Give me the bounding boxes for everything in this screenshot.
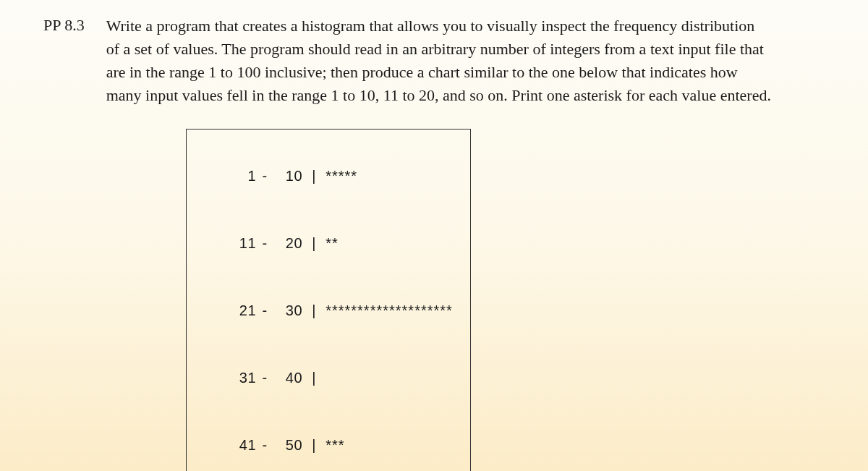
histogram-row: 31-40|: [201, 344, 453, 412]
pipe: |: [307, 165, 321, 187]
range-start: 11: [236, 232, 256, 255]
stars: ********************: [326, 302, 453, 318]
stars: *****: [326, 168, 357, 184]
exercise-content: Write a program that creates a histogram…: [106, 14, 825, 471]
stars: ***: [326, 437, 344, 453]
range-end: 20: [273, 232, 302, 255]
histogram-row: 11-20| **: [201, 210, 453, 277]
histogram-chart: 1-10| ***** 11-20| ** 21-30| ***********…: [186, 129, 471, 471]
dash: -: [256, 165, 273, 187]
dash: -: [256, 367, 273, 389]
pipe: |: [307, 300, 321, 322]
pipe: |: [307, 367, 321, 389]
range-end: 30: [273, 300, 302, 322]
dash: -: [256, 232, 273, 255]
histogram-row: 21-30| ********************: [201, 277, 453, 344]
histogram-row: 1-10| *****: [201, 143, 453, 210]
range-end: 10: [273, 165, 302, 187]
range-start: 21: [236, 300, 256, 322]
exercise-description: Write a program that creates a histogram…: [106, 14, 772, 107]
range-start: 31: [236, 367, 256, 389]
dash: -: [256, 434, 273, 457]
range-start: 41: [236, 434, 256, 457]
pipe: |: [307, 232, 321, 255]
range-end: 50: [273, 434, 302, 457]
range-start: 1: [236, 165, 256, 187]
dash: -: [256, 300, 273, 322]
exercise-label: PP 8.3: [43, 14, 85, 471]
histogram-row: 41-50| ***: [201, 412, 453, 471]
range-end: 40: [273, 367, 302, 389]
pipe: |: [307, 434, 321, 457]
stars: **: [326, 235, 339, 251]
exercise-container: PP 8.3 Write a program that creates a hi…: [43, 14, 825, 471]
